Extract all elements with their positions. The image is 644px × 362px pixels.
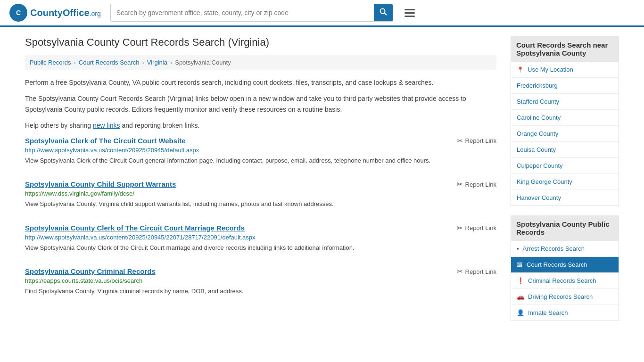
- result-desc-3: Find Spotsylvania County, Virginia crimi…: [25, 287, 496, 296]
- pub-icon-4: 👤: [517, 309, 524, 316]
- pub-label-2: Criminal Records Search: [528, 277, 596, 284]
- nearby-label-8: Hanover County: [517, 194, 561, 201]
- desc-paragraph-1: Perform a free Spotsylvania County, VA p…: [25, 77, 496, 88]
- report-link-2[interactable]: ✂ Report Link: [457, 224, 496, 232]
- desc-paragraph-3: Help others by sharing new links and rep…: [25, 120, 496, 131]
- pub-label-4: Inmate Search: [528, 309, 568, 316]
- new-links-link[interactable]: new links: [93, 122, 120, 129]
- pub-link-2[interactable]: ❗Criminal Records Search: [511, 273, 619, 288]
- page-title: Spotsylvania County Court Records Search…: [25, 36, 496, 49]
- nearby-link-item-2: Stafford County: [511, 94, 619, 110]
- report-link-0[interactable]: ✂ Report Link: [457, 137, 496, 145]
- svg-point-2: [380, 9, 385, 14]
- use-my-location-link[interactable]: 📍Use My Location: [511, 62, 619, 77]
- pub-link-0[interactable]: ▪Arrest Records Search: [511, 241, 619, 256]
- result-url-1[interactable]: https://www.dss.virginia.gov/family/dcse…: [25, 190, 496, 197]
- result-header-1: Spotsylvania County Child Support Warran…: [25, 180, 496, 189]
- breadcrumb-sep-3: ›: [170, 59, 172, 66]
- pub-link-4[interactable]: 👤Inmate Search: [511, 305, 619, 321]
- content-area: Spotsylvania County Court Records Search…: [25, 36, 496, 321]
- result-title-3[interactable]: Spotsylvania County Criminal Records: [25, 267, 156, 275]
- pub-link-item-2: ❗Criminal Records Search: [511, 273, 619, 289]
- nearby-link-8[interactable]: Hanover County: [511, 190, 619, 206]
- desc3-before: Help others by sharing: [25, 122, 93, 129]
- breadcrumb-sep-2: ›: [142, 59, 144, 66]
- svg-line-3: [384, 13, 387, 16]
- nearby-link-4[interactable]: Orange County: [511, 126, 619, 141]
- nearby-label-2: Stafford County: [517, 98, 559, 105]
- pub-links-list: ▪Arrest Records Search🏛Court Records Sea…: [511, 241, 619, 321]
- nearby-link-2[interactable]: Stafford County: [511, 94, 619, 109]
- nearby-link-item-0: 📍Use My Location: [511, 62, 619, 78]
- pub-label-0: Arrest Records Search: [523, 245, 585, 252]
- nearby-link-item-3: Caroline County: [511, 110, 619, 126]
- result-item-1: Spotsylvania County Child Support Warran…: [25, 180, 496, 211]
- result-item-2: Spotsylvania County Clerk of The Circuit…: [25, 224, 496, 255]
- breadcrumb-sep-1: ›: [74, 59, 75, 66]
- pub-section-title: Spotsylvania County Public Records: [511, 215, 619, 241]
- nearby-label-5: Louisa County: [517, 146, 556, 153]
- result-header-0: Spotsylvania Clerk of The Circuit Court …: [25, 137, 496, 145]
- pub-icon-2: ❗: [517, 277, 524, 284]
- nearby-link-item-5: Louisa County: [511, 142, 619, 158]
- main-container: Spotsylvania County Court Records Search…: [16, 27, 628, 330]
- result-header-2: Spotsylvania County Clerk of The Circuit…: [25, 224, 496, 232]
- breadcrumb: Public Records › Court Records Search › …: [25, 55, 496, 70]
- pub-link-3[interactable]: 🚗Driving Records Search: [511, 289, 619, 304]
- desc-paragraph-2: The Spotsylvania County Court Records Se…: [25, 93, 496, 115]
- nearby-label-1: Fredericksburg: [517, 82, 558, 89]
- nearby-link-1[interactable]: Fredericksburg: [511, 78, 619, 93]
- results-list: Spotsylvania Clerk of The Circuit Court …: [25, 137, 496, 298]
- result-desc-1: View Spotsylvania County, Virginia child…: [25, 199, 496, 209]
- pub-icon-1: 🏛: [517, 261, 523, 268]
- nearby-link-item-4: Orange County: [511, 126, 619, 142]
- search-button[interactable]: [374, 4, 393, 21]
- nearby-label-7: King George County: [517, 178, 572, 185]
- report-link-3[interactable]: ✂ Report Link: [457, 267, 496, 276]
- pub-link-1[interactable]: 🏛Court Records Search: [511, 257, 619, 272]
- nearby-link-5[interactable]: Louisa County: [511, 142, 619, 157]
- result-header-3: Spotsylvania County Criminal Records ✂ R…: [25, 267, 496, 276]
- result-url-0[interactable]: http://www.spotsylvania.va.us/content/20…: [25, 147, 496, 154]
- menu-button[interactable]: [403, 7, 417, 19]
- scissors-icon-3: ✂: [457, 267, 463, 276]
- pub-link-item-0: ▪Arrest Records Search: [511, 241, 619, 257]
- report-label-0: Report Link: [465, 137, 496, 144]
- location-icon: 📍: [517, 66, 524, 73]
- nearby-link-7[interactable]: King George County: [511, 174, 619, 189]
- breadcrumb-virginia[interactable]: Virginia: [147, 59, 167, 66]
- report-label-1: Report Link: [465, 181, 496, 188]
- pub-link-item-3: 🚗Driving Records Search: [511, 289, 619, 305]
- nearby-link-6[interactable]: Culpeper County: [511, 158, 619, 173]
- pub-link-item-4: 👤Inmate Search: [511, 305, 619, 321]
- result-url-3[interactable]: https://eapps.courts.state.va.us/ocis/se…: [25, 277, 496, 284]
- pub-records-section: Spotsylvania County Public Records ▪Arre…: [511, 215, 619, 321]
- breadcrumb-court-records[interactable]: Court Records Search: [79, 59, 140, 66]
- nearby-label-6: Culpeper County: [517, 162, 563, 169]
- result-title-1[interactable]: Spotsylvania County Child Support Warran…: [25, 180, 176, 188]
- pub-link-item-1: 🏛Court Records Search: [511, 257, 619, 273]
- site-logo[interactable]: C CountyOffice.org: [9, 4, 101, 22]
- nearby-link-label-0: Use My Location: [528, 66, 573, 73]
- report-link-1[interactable]: ✂ Report Link: [457, 180, 496, 189]
- nearby-label-3: Caroline County: [517, 114, 561, 121]
- search-input[interactable]: [111, 5, 374, 20]
- result-url-2[interactable]: http://www.spotsylvania.va.us/content/20…: [25, 234, 496, 241]
- result-title-0[interactable]: Spotsylvania Clerk of The Circuit Court …: [25, 137, 186, 145]
- result-desc-0: View Spotsylvania Clerk of the Circuit C…: [25, 156, 496, 165]
- pub-label-1: Court Records Search: [527, 261, 587, 268]
- result-title-2[interactable]: Spotsylvania County Clerk of The Circuit…: [25, 224, 245, 232]
- nearby-link-3[interactable]: Caroline County: [511, 110, 619, 125]
- report-label-2: Report Link: [465, 224, 496, 231]
- result-desc-2: View Spotsylvania County Clerk of the Ci…: [25, 243, 496, 253]
- breadcrumb-current: Spotsylvania County: [175, 59, 231, 66]
- nearby-link-item-1: Fredericksburg: [511, 78, 619, 94]
- sidebar: Court Records Search near Spotsylvania C…: [511, 36, 619, 321]
- report-label-3: Report Link: [465, 268, 496, 275]
- breadcrumb-public-records[interactable]: Public Records: [30, 59, 71, 66]
- nearby-links-list: 📍Use My LocationFredericksburgStafford C…: [511, 62, 619, 206]
- pub-label-3: Driving Records Search: [528, 293, 593, 300]
- scissors-icon-1: ✂: [457, 180, 463, 189]
- nearby-link-item-6: Culpeper County: [511, 158, 619, 174]
- result-item-0: Spotsylvania Clerk of The Circuit Court …: [25, 137, 496, 167]
